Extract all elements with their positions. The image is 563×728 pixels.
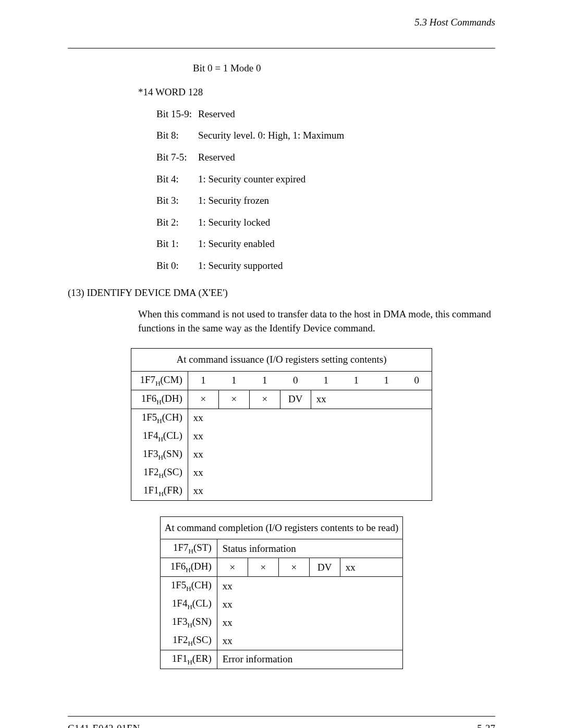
bit-label: Bit 3: (156, 194, 198, 208)
table-row: 1F2H(SC)xx (160, 632, 402, 650)
bit-cell: 0 (401, 371, 432, 390)
bit-cell: 1 (311, 371, 341, 390)
register-label: 1F6H(DH) (160, 558, 217, 577)
register-label: 1F7H(ST) (160, 539, 217, 558)
bit-cell: xx (311, 390, 432, 409)
register-value: xx (217, 595, 402, 613)
register-label: 1F2H(SC) (160, 632, 217, 650)
table-row: 1F4H(CL)xx (131, 427, 432, 446)
bit-desc: 1: Security counter expired (198, 172, 305, 187)
bit-cell: 1 (371, 371, 401, 390)
register-value: xx (217, 577, 402, 595)
register-label: 1F1H(ER) (160, 650, 217, 669)
bit-label: Bit 2: (156, 216, 198, 230)
bit-cell: × (218, 390, 249, 409)
bit-cell: DV (280, 390, 311, 409)
table-row: 1F3H(SN)xx (160, 613, 402, 632)
section-label: 5.3 Host Commands (414, 17, 495, 28)
footer-pagenum: 5-37 (477, 722, 495, 728)
register-label: 1F4H(CL) (160, 595, 217, 613)
bit-label: Bit 1: (156, 237, 198, 251)
bit-row: Bit 4:1: Security counter expired (156, 172, 495, 187)
page-header: 5.3 Host Commands (68, 16, 495, 32)
bit-cell: × (217, 558, 248, 577)
table-row: 1F4H(CL)xx (160, 595, 402, 613)
bit-desc: 1: Security locked (198, 216, 270, 230)
bit-cell: DV (309, 558, 340, 577)
bit-cell: × (249, 390, 280, 409)
bit-cell: × (248, 558, 278, 577)
bit-cell: × (278, 558, 309, 577)
footer-docid: C141-E042-01EN (68, 722, 140, 728)
register-label: 1F4H(CL) (131, 427, 188, 446)
bit-label: Bit 8: (156, 129, 198, 143)
bit-row: Bit 1:1: Security enabled (156, 237, 495, 251)
bit-cell: 1 (188, 371, 218, 390)
table-row: 1F6H(DH)×××DVxx (160, 558, 402, 577)
bit-label: Bit 7-5: (156, 151, 198, 165)
section-paragraph: When this command is not used to transfe… (138, 307, 495, 335)
bit-label: Bit 4: (156, 172, 198, 187)
table-row: 1F3H(SN)xx (131, 446, 432, 464)
register-value: xx (188, 427, 432, 446)
bit-row: Bit 2:1: Security locked (156, 216, 495, 230)
page-footer: C141-E042-01EN 5-37 (68, 717, 495, 728)
register-label: 1F3H(SN) (131, 446, 188, 464)
mode-line: Bit 0 = 1 Mode 0 (193, 61, 495, 76)
bit-definitions: Bit 15-9:ReservedBit 8:Security level. 0… (156, 107, 495, 273)
bit-row: Bit 7-5:Reserved (156, 151, 495, 165)
table-row: 1F1H(FR)xx (131, 482, 432, 500)
register-label: 1F6H(DH) (131, 390, 188, 409)
register-value: Error information (217, 650, 402, 669)
bit-cell: 1 (341, 371, 371, 390)
register-value: xx (217, 613, 402, 632)
bit-desc: Reserved (198, 151, 235, 165)
register-label: 1F7H(CM) (131, 371, 188, 390)
bit-row: Bit 8:Security level. 0: High, 1: Maximu… (156, 129, 495, 143)
bit-cell: 0 (280, 371, 311, 390)
bit-cell: 1 (218, 371, 249, 390)
bit-desc: Reserved (198, 107, 235, 121)
table-issuance: At command issuance (I/O registers setti… (68, 348, 495, 500)
register-value: Status information (217, 539, 402, 558)
table-row: 1F7H(CM)11101110 (131, 371, 432, 390)
bit-cell: × (188, 390, 218, 409)
bit-cell: xx (340, 558, 402, 577)
io-register-table: At command completion (I/O registers con… (160, 516, 403, 669)
bit-label: Bit 0: (156, 259, 198, 273)
table-row: 1F1H(ER)Error information (160, 650, 402, 669)
register-value: xx (188, 409, 432, 427)
register-label: 1F2H(SC) (131, 464, 188, 482)
section-heading: (13) IDENTIFY DEVICE DMA (X'EE') (68, 286, 495, 300)
bit-desc: 1: Security supported (198, 259, 283, 273)
bit-desc: 1: Security enabled (198, 237, 275, 251)
register-value: xx (188, 482, 432, 500)
table-caption: At command completion (I/O registers con… (160, 516, 402, 539)
register-label: 1F5H(CH) (131, 409, 188, 427)
table-row: 1F7H(ST)Status information (160, 539, 402, 558)
bit-row: Bit 0:1: Security supported (156, 259, 495, 273)
table-row: 1F6H(DH)×××DVxx (131, 390, 432, 409)
table-row: 1F5H(CH)xx (131, 409, 432, 427)
table-row: 1F5H(CH)xx (160, 577, 402, 595)
bit-row: Bit 15-9:Reserved (156, 107, 495, 121)
register-label: 1F1H(FR) (131, 482, 188, 500)
table-completion: At command completion (I/O registers con… (68, 516, 495, 669)
word128-heading: *14 WORD 128 (138, 85, 495, 100)
bit-desc: Security level. 0: High, 1: Maximum (198, 129, 344, 143)
table-row: 1F2H(SC)xx (131, 464, 432, 482)
register-label: 1F5H(CH) (160, 577, 217, 595)
bit-desc: 1: Security frozen (198, 194, 269, 208)
table-caption: At command issuance (I/O registers setti… (131, 349, 432, 372)
io-register-table: At command issuance (I/O registers setti… (131, 348, 433, 500)
register-value: xx (217, 632, 402, 650)
bit-row: Bit 3:1: Security frozen (156, 194, 495, 208)
bit-label: Bit 15-9: (156, 107, 198, 121)
bit-cell: 1 (249, 371, 280, 390)
register-label: 1F3H(SN) (160, 613, 217, 632)
register-value: xx (188, 464, 432, 482)
register-value: xx (188, 446, 432, 464)
